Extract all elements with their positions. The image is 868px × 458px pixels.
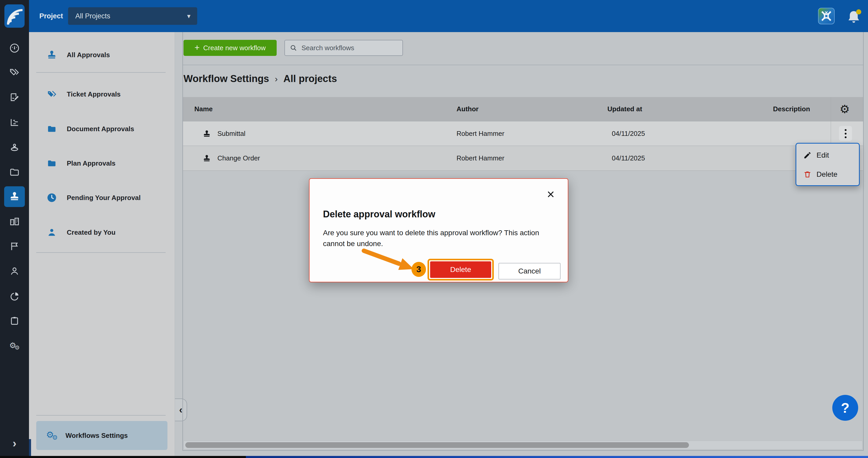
- document-signature-icon: [9, 92, 20, 103]
- rail-item-flags[interactable]: [7, 239, 22, 254]
- modal-title: Delete approval workflow: [323, 209, 435, 220]
- gears-icon: ⚙⚙: [46, 430, 58, 441]
- sidebar-item-label: Workflows Settings: [65, 432, 128, 439]
- step-number: 3: [416, 265, 421, 274]
- close-x-icon: [546, 190, 555, 199]
- sidebar-item-plan-approvals[interactable]: Plan Approvals: [44, 150, 169, 176]
- sidebar-divider: [36, 72, 166, 73]
- breadcrumb-parent[interactable]: Workflow Settings: [184, 73, 269, 84]
- rail-item-tags[interactable]: [7, 65, 22, 80]
- gears-icon: ⚙⚙: [9, 341, 20, 350]
- annotation-highlight-ring: Delete: [428, 259, 494, 280]
- app-switcher-button[interactable]: [818, 8, 835, 24]
- question-mark-icon: ?: [841, 400, 849, 416]
- clock-icon: [46, 192, 58, 203]
- help-button[interactable]: ?: [832, 395, 858, 421]
- cell-author: Robert Hammer: [457, 121, 504, 146]
- stamp-icon: [46, 49, 58, 61]
- pencil-icon: [803, 151, 812, 159]
- sidebar-item-label: Ticket Approvals: [67, 90, 121, 98]
- rail-item-insights[interactable]: [7, 288, 22, 304]
- table-settings-gear-icon[interactable]: ⚙: [836, 97, 854, 121]
- stamp-icon: [203, 146, 211, 171]
- sidebar-item-document-approvals[interactable]: Document Approvals: [44, 116, 169, 142]
- approvals-stamp-icon: [9, 191, 20, 202]
- stamp-icon: [203, 121, 211, 146]
- logo-arcs-icon: [4, 4, 25, 28]
- table-row-submittal[interactable]: Submittal Robert Hammer 04/11/2025: [183, 121, 863, 146]
- sidebar-item-label: All Approvals: [67, 51, 110, 59]
- menu-item-edit[interactable]: Edit: [796, 146, 859, 165]
- sidebar-item-workflows-settings[interactable]: ⚙⚙ Workflows Settings: [36, 421, 167, 450]
- tags-icon: [9, 67, 20, 78]
- rail-item-reports[interactable]: [7, 115, 22, 130]
- rail-item-forms[interactable]: [7, 313, 22, 329]
- dashboard-gauge-icon: [9, 42, 20, 54]
- menu-item-label: Delete: [816, 170, 837, 179]
- breadcrumb-current: All projects: [283, 73, 337, 84]
- folder-icon: [9, 166, 20, 178]
- chevron-down-icon: ▾: [187, 7, 190, 25]
- search-icon: [289, 44, 297, 52]
- sidebar-item-pending-your-approval[interactable]: Pending Your Approval: [44, 185, 169, 211]
- column-header-name[interactable]: Name: [194, 97, 213, 121]
- search-input[interactable]: [301, 44, 398, 52]
- sidebar-item-label: Plan Approvals: [67, 159, 116, 167]
- modal-body-text: Are you sure you want to delete this app…: [323, 227, 543, 249]
- sidebar-item-label: Created by You: [67, 228, 116, 237]
- pie-chart-icon: [9, 290, 20, 302]
- sidebar-divider: [36, 252, 166, 253]
- folder-icon: [46, 158, 58, 169]
- rail-item-people[interactable]: [7, 264, 22, 279]
- menu-item-label: Edit: [816, 151, 829, 159]
- rail-item-signature-doc[interactable]: [7, 90, 22, 105]
- sidebar-item-ticket-approvals[interactable]: Ticket Approvals: [44, 81, 169, 107]
- rail-item-files[interactable]: [7, 164, 22, 180]
- horizontal-scrollbar-track[interactable]: [184, 441, 863, 450]
- row-context-menu: Edit Delete: [796, 143, 860, 186]
- knot-icon: [818, 8, 834, 24]
- sidebar-divider: [36, 415, 166, 416]
- rail-item-companies[interactable]: [7, 214, 22, 229]
- bottom-edge-black: [0, 456, 246, 458]
- clipboard-icon: [9, 315, 20, 327]
- bottom-edge-blue: [246, 456, 868, 458]
- cell-updated-at: 04/11/2025: [612, 146, 645, 171]
- column-header-description[interactable]: Description: [773, 97, 810, 121]
- person-icon: [9, 266, 20, 277]
- breadcrumb: Workflow Settings › All projects: [184, 72, 337, 85]
- modal-close-button[interactable]: [546, 190, 555, 199]
- app-logo[interactable]: [4, 4, 25, 28]
- rail-item-approvals[interactable]: [7, 189, 22, 204]
- analytics-chart-icon: [9, 117, 20, 128]
- row-actions-kebab-button[interactable]: [839, 126, 852, 141]
- column-header-author[interactable]: Author: [457, 97, 478, 121]
- breadcrumb-separator-icon: ›: [275, 74, 278, 84]
- cancel-button[interactable]: Cancel: [498, 263, 561, 279]
- rail-item-site-crew[interactable]: [7, 140, 22, 155]
- table-row-change-order[interactable]: Change Order Robert Hammer 04/11/2025: [183, 146, 863, 171]
- confirm-delete-button[interactable]: Delete: [430, 261, 491, 278]
- search-workflows-field: [284, 40, 403, 56]
- annotation-step-badge: 3: [411, 262, 426, 277]
- rail-item-workflow-settings[interactable]: ⚙⚙: [7, 338, 22, 354]
- horizontal-scrollbar-thumb[interactable]: [185, 442, 689, 448]
- rail-expand-button[interactable]: ›: [7, 435, 22, 451]
- chevron-right-icon: ›: [13, 437, 17, 450]
- person-location-icon: [9, 142, 20, 153]
- nav-rail: ⚙⚙ ›: [0, 0, 29, 458]
- menu-item-delete[interactable]: Delete: [796, 165, 859, 184]
- sidebar-item-created-by-you[interactable]: Created by You: [44, 219, 169, 245]
- kebab-dot: [845, 136, 846, 138]
- bottom-edge-sliver: [29, 439, 31, 456]
- rail-item-dashboard[interactable]: [7, 40, 22, 56]
- notification-dot: [856, 9, 861, 14]
- sidebar-item-all-approvals[interactable]: All Approvals: [44, 42, 169, 68]
- create-workflow-label: Create new workflow: [203, 44, 266, 52]
- project-selector[interactable]: All Projects ▾: [68, 7, 197, 25]
- kebab-dot: [845, 129, 846, 131]
- table-header: Name Author Updated at Description ⚙: [183, 97, 863, 121]
- column-header-updated-at[interactable]: Updated at: [608, 97, 642, 121]
- create-workflow-button[interactable]: + Create new workflow: [184, 40, 277, 56]
- kebab-dot: [845, 133, 846, 134]
